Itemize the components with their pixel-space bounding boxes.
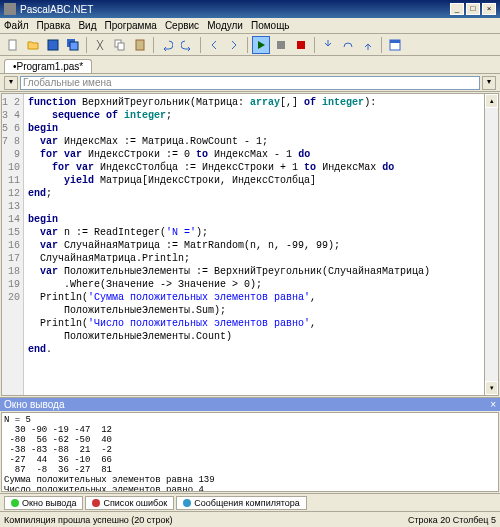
status-position: Строка 20 Столбец 5 [408, 515, 496, 525]
menu-service[interactable]: Сервис [165, 20, 199, 31]
maximize-button[interactable]: □ [466, 3, 480, 15]
window-title: PascalABC.NET [20, 4, 450, 15]
line-gutter: 1 2 3 4 5 6 7 8 9 10 11 12 13 14 15 16 1… [2, 94, 24, 395]
vertical-scrollbar[interactable]: ▴ ▾ [484, 94, 498, 395]
output-title-label: Окно вывода [4, 399, 64, 410]
scope-combo[interactable]: Глобальные имена [20, 76, 480, 90]
error-dot-icon [92, 499, 100, 507]
svg-rect-7 [277, 41, 285, 49]
menu-edit[interactable]: Правка [37, 20, 71, 31]
svg-rect-1 [48, 40, 58, 50]
output-close-icon[interactable]: × [490, 399, 496, 410]
cut-icon[interactable] [91, 36, 109, 54]
svg-rect-0 [9, 40, 16, 50]
step-over-icon[interactable] [339, 36, 357, 54]
nav-dropdown-icon[interactable]: ▾ [4, 76, 18, 90]
scroll-up-icon[interactable]: ▴ [485, 94, 498, 108]
scroll-track[interactable] [485, 108, 498, 381]
menu-program[interactable]: Программа [104, 20, 156, 31]
status-dot-icon [11, 499, 19, 507]
tab-compiler-label: Сообщения компилятора [194, 498, 300, 508]
svg-rect-5 [118, 43, 124, 50]
redo-icon[interactable] [178, 36, 196, 54]
tab-errors[interactable]: Список ошибок [85, 496, 174, 510]
menu-file[interactable]: Файл [4, 20, 29, 31]
nav-forward-icon[interactable] [225, 36, 243, 54]
code-area[interactable]: function ВерхнийТреугольник(Матрица: arr… [24, 94, 484, 395]
nav-back-icon[interactable] [205, 36, 223, 54]
svg-rect-8 [297, 41, 305, 49]
output-panel-title: Окно вывода × [0, 397, 500, 411]
file-tab[interactable]: •Program1.pas* [4, 59, 92, 73]
form-icon[interactable] [386, 36, 404, 54]
toolbar [0, 34, 500, 56]
status-bar: Компиляция прошла успешно (20 строк) Стр… [0, 511, 500, 527]
app-icon [4, 3, 16, 15]
file-tabbar: •Program1.pas* [0, 56, 500, 74]
window-titlebar: PascalABC.NET _ □ × [0, 0, 500, 18]
output-panel[interactable]: N = 5 30 -90 -19 -47 12 -80 56 -62 -50 4… [1, 412, 499, 492]
combo-dropdown-icon[interactable]: ▾ [482, 76, 496, 90]
svg-rect-10 [390, 40, 400, 43]
tab-output[interactable]: Окно вывода [4, 496, 83, 510]
new-file-icon[interactable] [4, 36, 22, 54]
step-out-icon[interactable] [359, 36, 377, 54]
info-dot-icon [183, 499, 191, 507]
code-editor[interactable]: 1 2 3 4 5 6 7 8 9 10 11 12 13 14 15 16 1… [1, 93, 499, 396]
save-all-icon[interactable] [64, 36, 82, 54]
nav-combo-bar: ▾ Глобальные имена ▾ [0, 74, 500, 92]
close-button[interactable]: × [482, 3, 496, 15]
minimize-button[interactable]: _ [450, 3, 464, 15]
tab-compiler[interactable]: Сообщения компилятора [176, 496, 307, 510]
compile-icon[interactable] [272, 36, 290, 54]
scroll-down-icon[interactable]: ▾ [485, 381, 498, 395]
stop-icon[interactable] [292, 36, 310, 54]
status-message: Компиляция прошла успешно (20 строк) [4, 515, 172, 525]
step-into-icon[interactable] [319, 36, 337, 54]
copy-icon[interactable] [111, 36, 129, 54]
paste-icon[interactable] [131, 36, 149, 54]
menu-view[interactable]: Вид [78, 20, 96, 31]
svg-rect-3 [70, 42, 78, 50]
open-file-icon[interactable] [24, 36, 42, 54]
run-icon[interactable] [252, 36, 270, 54]
tab-output-label: Окно вывода [22, 498, 76, 508]
bottom-tabbar: Окно вывода Список ошибок Сообщения комп… [0, 493, 500, 511]
undo-icon[interactable] [158, 36, 176, 54]
save-icon[interactable] [44, 36, 62, 54]
tab-errors-label: Список ошибок [103, 498, 167, 508]
menu-help[interactable]: Помощь [251, 20, 290, 31]
svg-rect-6 [136, 40, 144, 50]
menu-bar: Файл Правка Вид Программа Сервис Модули … [0, 18, 500, 34]
menu-modules[interactable]: Модули [207, 20, 243, 31]
